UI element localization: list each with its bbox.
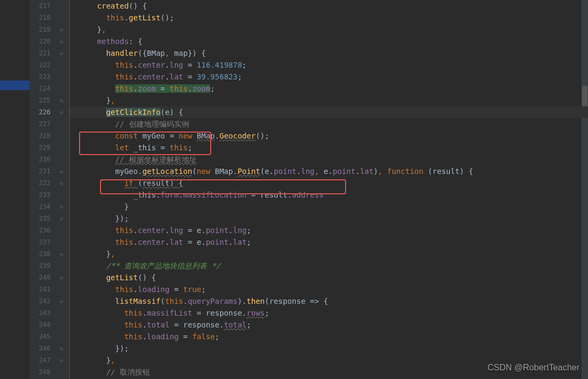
line-number[interactable]: 246 (30, 342, 51, 354)
line-number[interactable]: 225 (30, 94, 51, 106)
code-line[interactable]: }, (70, 354, 588, 366)
code-token: this (124, 309, 142, 317)
fold-slot[interactable]: ⊖ (54, 272, 69, 283)
fold-collapse-icon[interactable]: ⊖ (60, 358, 63, 363)
line-number[interactable]: 234 (30, 201, 51, 213)
fold-collapse-icon[interactable]: ⊖ (60, 216, 63, 222)
code-line[interactable]: const myGeo = new BMap.Geocoder(); (70, 130, 588, 142)
fold-slot[interactable]: ⊖ (54, 165, 69, 177)
line-number[interactable]: 221 (30, 47, 51, 59)
line-number[interactable]: 217 (30, 0, 51, 12)
fold-collapse-icon[interactable]: ⊖ (60, 204, 63, 210)
line-number-gutter[interactable]: 2172182192202212222232242252262272282292… (30, 0, 54, 379)
line-number[interactable]: 239 (30, 260, 51, 272)
line-number[interactable]: 241 (30, 283, 51, 295)
line-number[interactable]: 247 (30, 354, 51, 366)
code-line[interactable]: this.center.lat = e.point.lat; (70, 236, 588, 248)
code-line[interactable]: // 根据坐标逆解析地址 (70, 154, 588, 165)
line-number[interactable]: 235 (30, 213, 51, 224)
fold-collapse-icon[interactable]: ⊖ (60, 298, 63, 304)
fold-slot[interactable]: ⊖ (54, 201, 69, 213)
fold-slot[interactable]: ⊖ (54, 106, 69, 118)
fold-collapse-icon[interactable]: ⊖ (60, 251, 63, 257)
code-line[interactable]: listMassif(this.queryParams).then(respon… (70, 295, 588, 307)
line-number[interactable]: 236 (30, 224, 51, 236)
code-line[interactable]: methods: { (70, 35, 588, 47)
line-number[interactable]: 218 (30, 12, 51, 24)
fold-slot[interactable]: ⊖ (54, 177, 69, 189)
code-token: form (161, 191, 179, 199)
code-line[interactable]: getList() { (70, 272, 588, 283)
code-line[interactable]: this.loading = false; (70, 331, 588, 342)
code-line[interactable]: if (result) { (70, 177, 588, 189)
code-line[interactable]: // 创建地理编码实例 (70, 118, 588, 130)
line-number[interactable]: 242 (30, 295, 51, 307)
code-line[interactable]: _this.form.massifLocation = result.addre… (70, 189, 588, 201)
line-number[interactable]: 243 (30, 307, 51, 319)
fold-slot[interactable]: ⊖ (54, 342, 69, 354)
code-line[interactable]: }, (70, 24, 588, 35)
line-number[interactable]: 232 (30, 177, 51, 189)
fold-gutter[interactable]: ⊖⊖⊖⊖⊖⊖⊖⊖⊖⊖⊖⊖⊖⊖⊖ (54, 0, 70, 379)
line-number[interactable]: 227 (30, 118, 51, 130)
line-number[interactable]: 224 (30, 83, 51, 94)
code-token: getList (106, 273, 138, 282)
fold-slot[interactable]: ⊖ (54, 354, 69, 366)
code-line[interactable]: }, (70, 248, 588, 260)
line-number[interactable]: 238 (30, 248, 51, 260)
line-number[interactable]: 228 (30, 130, 51, 142)
fold-collapse-icon[interactable]: ⊖ (60, 39, 63, 45)
line-number[interactable]: 229 (30, 142, 51, 154)
line-number[interactable]: 220 (30, 35, 51, 47)
code-line[interactable]: this.center.lng = 116.419878; (70, 59, 588, 71)
code-line[interactable]: this.zoom = this.zoom; (70, 83, 588, 94)
fold-slot[interactable]: ⊖ (54, 295, 69, 307)
fold-collapse-icon[interactable]: ⊖ (60, 98, 63, 104)
fold-collapse-icon[interactable]: ⊖ (60, 275, 63, 281)
fold-slot[interactable]: ⊖ (54, 248, 69, 260)
fold-collapse-icon[interactable]: ⊖ (60, 169, 63, 174)
code-line[interactable]: created() { (70, 0, 588, 12)
code-token: center (138, 61, 165, 69)
fold-collapse-icon[interactable]: ⊖ (60, 346, 63, 352)
fold-collapse-icon[interactable]: ⊖ (60, 180, 63, 186)
code-line[interactable]: } (70, 201, 588, 213)
fold-slot[interactable]: ⊖ (54, 213, 69, 224)
line-number[interactable]: 230 (30, 154, 51, 165)
code-token (70, 2, 97, 10)
code-line[interactable]: this.total = response.total; (70, 319, 588, 331)
code-line[interactable]: this.center.lng = e.point.lng; (70, 224, 588, 236)
code-line[interactable]: this.loading = true; (70, 283, 588, 295)
code-line[interactable]: /** 查询农产品地块信息列表 */ (70, 260, 588, 272)
line-number[interactable]: 237 (30, 236, 51, 248)
code-area[interactable]: created() { this.getList(); }, methods: … (70, 0, 588, 379)
code-line[interactable]: getClickInfo(e) { (70, 106, 588, 118)
fold-slot[interactable]: ⊖ (54, 47, 69, 59)
line-number[interactable]: 245 (30, 331, 51, 342)
code-line[interactable]: handler({BMap, map}) { (70, 47, 588, 59)
line-number[interactable]: 231 (30, 165, 51, 177)
line-number[interactable]: 244 (30, 319, 51, 331)
code-line[interactable]: }); (70, 213, 588, 224)
code-line[interactable]: myGeo.getLocation(new BMap.Point(e.point… (70, 165, 588, 177)
line-number[interactable]: 219 (30, 24, 51, 35)
code-line[interactable]: }, (70, 94, 588, 106)
fold-slot[interactable]: ⊖ (54, 35, 69, 47)
fold-slot[interactable]: ⊖ (54, 24, 69, 35)
code-line[interactable]: this.getList(); (70, 12, 588, 24)
line-number[interactable]: 233 (30, 189, 51, 201)
fold-collapse-icon[interactable]: ⊖ (60, 27, 63, 33)
code-line[interactable]: // 取消按钮 (70, 366, 588, 378)
fold-collapse-icon[interactable]: ⊖ (60, 110, 63, 115)
code-line[interactable]: this.center.lat = 39.956823; (70, 71, 588, 83)
line-number[interactable]: 248 (30, 366, 51, 378)
code-line[interactable]: }); (70, 342, 588, 354)
line-number[interactable]: 223 (30, 71, 51, 83)
code-line[interactable]: let _this = this; (70, 142, 588, 154)
line-number[interactable]: 222 (30, 59, 51, 71)
fold-collapse-icon[interactable]: ⊖ (60, 50, 63, 56)
code-line[interactable]: this.massifList = response.rows; (70, 307, 588, 319)
line-number[interactable]: 226 (30, 106, 51, 118)
fold-slot[interactable]: ⊖ (54, 94, 69, 106)
line-number[interactable]: 240 (30, 272, 51, 283)
